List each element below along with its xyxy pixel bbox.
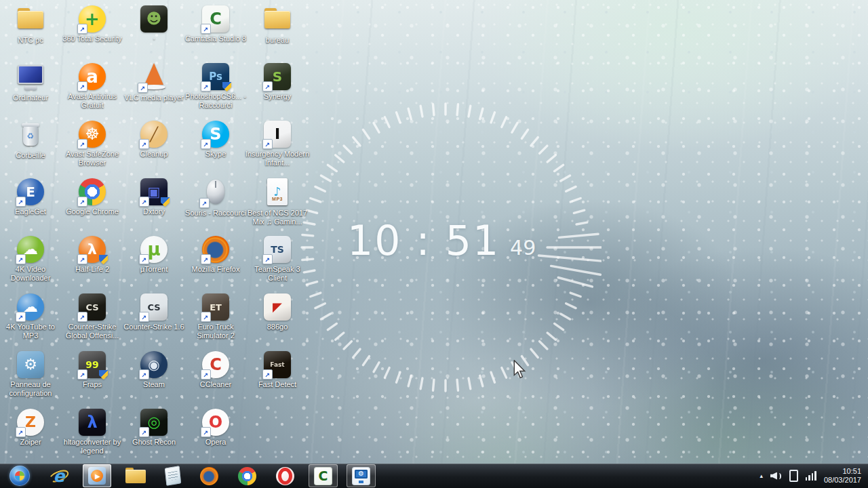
desktop-icon-4k-video-downloader[interactable]: ☁↗4K Video Downloader	[1, 235, 60, 283]
desktop-icon-zoiper[interactable]: Z↗Zoiper	[1, 407, 60, 447]
desktop-icon-camtasia-studio-8[interactable]: C↗Camtasia Studio 8	[186, 4, 245, 43]
desktop-icon-synergy[interactable]: S↗Synergy	[248, 62, 307, 101]
desktop-icon-4k-youtube-to-mp3[interactable]: ☁↗4K YouTube to MP3	[1, 292, 60, 340]
desktop-icon-avast-antivirus-gratuit[interactable]: a↗Avast Antivirus Gratuit	[62, 62, 122, 110]
phone-status-button[interactable]	[789, 470, 798, 482]
volume-button[interactable]	[770, 472, 782, 481]
desktop-icon-steam[interactable]: ◉↗Steam	[124, 350, 184, 389]
mozilla-firefox-icon: ↗	[202, 236, 229, 263]
shortcut-arrow-icon: ↗	[77, 81, 87, 92]
desktop-icon-ghost-recon[interactable]: ◎↗Ghost Recon	[124, 407, 184, 447]
desktop-icon-label: Steam	[121, 380, 186, 389]
taskbar-opera[interactable]	[271, 464, 300, 487]
shortcut-arrow-icon: ↗	[201, 312, 211, 322]
desktop-icon-label: bureau	[245, 36, 310, 45]
desktop-icon-eagleget[interactable]: E↗EagleGet	[1, 177, 60, 216]
desktop-icon-avast-safezone-browser[interactable]: ☸↗Avast SafeZone Browser	[62, 119, 122, 167]
shortcut-arrow-icon: ↗	[201, 139, 211, 149]
counter-strike-16-icon: CS↗	[140, 293, 167, 321]
desktop-icon-dxtory[interactable]: ▣↗Dxtory	[124, 177, 184, 216]
tray-time: 10:51	[824, 467, 861, 476]
desktop-icon-utorrent[interactable]: µ↗µTorrent	[124, 235, 184, 274]
desktop-icon-best-of-ncs-2017[interactable]: ♪MP3Best of NCS 2017 Mix ♫ Gamin...	[248, 177, 307, 226]
tray-icons: ▴	[760, 470, 816, 482]
desktop-icon-label: Insurgency Modern Infant...	[245, 150, 310, 167]
cleanup-icon: ╱↗	[140, 121, 167, 148]
desktop-icon-label: EagleGet	[0, 207, 63, 216]
desktop-icon-label: Dxtory	[121, 207, 186, 216]
show-hidden-icons-button[interactable]: ▴	[760, 473, 763, 479]
desktop-icon-bureau[interactable]: bureau	[248, 4, 307, 45]
desktop-icon-label: Panneau de configuration	[0, 380, 63, 398]
bureau-icon	[262, 4, 292, 34]
taskbar-windows-explorer[interactable]	[120, 464, 151, 487]
taskbar-chrome[interactable]	[233, 464, 262, 487]
shortcut-arrow-icon: ↗	[139, 254, 149, 264]
uac-shield-icon	[161, 197, 170, 207]
desktop-icon-counter-strike-global-offensive[interactable]: CS↗Counter-Strike Global Offensi...	[62, 292, 122, 340]
desktop-icon-anonymous-photo[interactable]: ☻·	[124, 4, 184, 43]
shortcut-arrow-icon: ↗	[262, 254, 273, 264]
shortcut-arrow-icon: ↗	[77, 312, 87, 322]
shortcut-arrow-icon: ↗	[77, 24, 87, 34]
network-status-button[interactable]	[806, 471, 816, 481]
shortcut-arrow-icon: ↗	[139, 197, 149, 207]
taskbar-camtasia-recorder[interactable]: ⚙	[347, 464, 376, 487]
desktop-icon-ntc-pc[interactable]: NTC pc	[1, 4, 60, 45]
taskbar-firefox[interactable]	[195, 464, 224, 487]
desktop-icon-label: Cleanup	[121, 150, 186, 159]
886go-icon: ◤	[264, 293, 291, 321]
system-tray: ▴ 10:51 08/03/2017	[760, 467, 868, 485]
desktop-icon-fraps[interactable]: 99↗Fraps	[62, 350, 122, 389]
taskbar-windows-media-player[interactable]: ▶	[83, 464, 111, 487]
desktop-icon-counter-strike-16[interactable]: CS↗Counter-Strike 1.6	[124, 292, 184, 331]
desktop-icon-euro-truck-simulator-2[interactable]: ET↗Euro Truck Simulator 2	[186, 292, 245, 340]
desktop-icon-panneau-de-configuration[interactable]: ⚙Panneau de configuration	[1, 350, 60, 398]
desktop-icon-vlc-media-player[interactable]: ↗VLC media player	[124, 62, 184, 102]
desktop-icon-hltagconverter[interactable]: λhltagconverter by legend	[62, 407, 122, 455]
desktop-icon-fast-detect[interactable]: Fast↗Fast Detect	[248, 350, 307, 389]
desktop-icon-ccleaner[interactable]: C↗CCleaner	[186, 350, 245, 389]
desktop-icon-mozilla-firefox[interactable]: ↗Mozilla Firefox	[186, 235, 245, 274]
desktop-icon-photoshop-cs6[interactable]: Ps↗PhotoshopCS6... - Raccourci	[186, 62, 245, 110]
vlc-media-player-icon: ↗	[139, 62, 169, 92]
desktop-icon-cleanup[interactable]: ╱↗Cleanup	[124, 119, 184, 159]
monitor-gear-icon: ⚙	[352, 467, 370, 485]
desktop-icon-label: µTorrent	[121, 265, 186, 274]
desktop-icon-886go[interactable]: ◤886go	[248, 292, 307, 331]
desktop-icon-half-life-2[interactable]: λ↗Half-Life 2	[62, 235, 122, 274]
orb-icon	[9, 466, 30, 486]
shortcut-arrow-icon: ↗	[201, 254, 211, 264]
shortcut-arrow-icon: ↗	[139, 427, 149, 437]
360-total-security-icon: +↗	[79, 5, 106, 33]
desktop-icon-label: Zoiper	[0, 438, 63, 447]
desktop-icon-360-total-security[interactable]: +↗360 Total Security	[62, 4, 122, 43]
shortcut-arrow-icon: ↗	[139, 369, 149, 380]
desktop-icon-label: Ghost Recon	[121, 438, 186, 447]
tray-clock[interactable]: 10:51 08/03/2017	[824, 467, 861, 485]
desktop-icon-label: hltagconverter by legend	[60, 438, 125, 455]
taskbar-notepad[interactable]	[160, 464, 186, 487]
shortcut-arrow-icon: ↗	[262, 81, 273, 92]
desktop-icon-insurgency[interactable]: I↗Insurgency Modern Infant...	[248, 119, 307, 167]
desktop-icon-label: Ordinateur	[0, 94, 63, 102]
start-button[interactable]	[4, 464, 35, 487]
taskbar-camtasia-studio[interactable]: C	[309, 464, 338, 487]
desktop-icon-opera[interactable]: O↗Opera	[186, 407, 245, 447]
desktop-icon-google-chrome[interactable]: ↗Google Chrome	[62, 177, 122, 216]
desktop-icon-ordinateur[interactable]: Ordinateur	[1, 62, 60, 102]
shortcut-arrow-icon: ↗	[139, 139, 149, 149]
taskbar-internet-explorer[interactable]: e	[44, 464, 74, 487]
desktop-icon-label: Synergy	[245, 92, 310, 101]
desktop-icon-souris-raccourci[interactable]: ↗Souris - Raccourci	[186, 177, 245, 218]
ghost-recon-icon: ◎↗	[140, 409, 167, 436]
euro-truck-simulator-2-icon: ET↗	[202, 293, 229, 321]
desktop-icon-skype[interactable]: S↗Skype	[186, 119, 245, 159]
zoiper-icon: Z↗	[17, 409, 44, 436]
shortcut-arrow-icon: ↗	[201, 369, 211, 380]
desktop-icon-label: Avast Antivirus Gratuit	[60, 92, 125, 110]
shortcut-arrow-icon: ↗	[262, 139, 273, 149]
desktop-icon-corbeille[interactable]: ♻Corbeille	[1, 119, 60, 160]
desktop-icon-teamspeak-3-client[interactable]: TS↗TeamSpeak 3 Client	[248, 235, 307, 283]
desktop-icon-label: CCleaner	[183, 380, 248, 389]
